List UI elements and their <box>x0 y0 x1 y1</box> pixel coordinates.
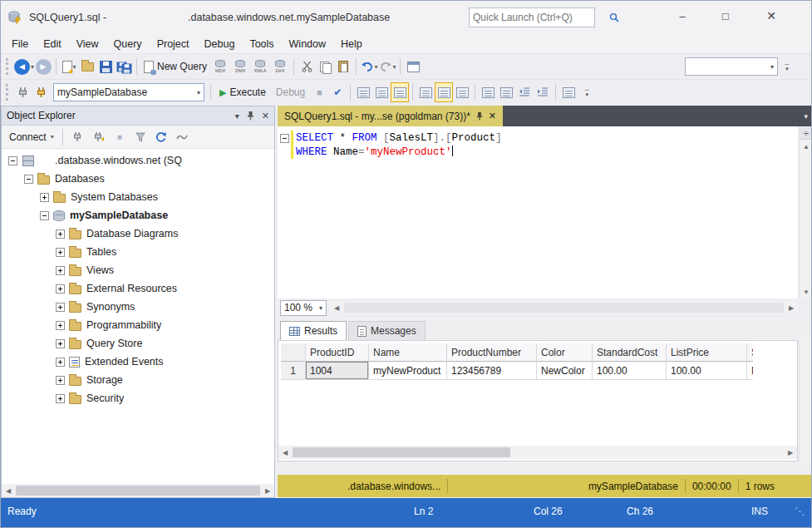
cut-icon[interactable] <box>298 57 316 76</box>
menu-file[interactable]: File <box>4 36 36 52</box>
save-all-button[interactable] <box>115 57 133 76</box>
scroll-left-icon[interactable]: ◀ <box>278 446 292 459</box>
results-hscrollbar[interactable]: ◀ ▶ <box>278 446 797 459</box>
menu-tools[interactable]: Tools <box>242 36 281 52</box>
connect-icon[interactable] <box>14 82 32 102</box>
zoom-combo[interactable]: 100 % ▾ <box>280 300 327 316</box>
increase-indent-icon[interactable] <box>534 82 552 102</box>
results-to-file-icon[interactable] <box>453 82 471 102</box>
tab-messages[interactable]: Messages <box>348 321 426 340</box>
new-query-button[interactable]: New Query <box>140 57 210 76</box>
column-header-listprice[interactable]: ListPrice <box>667 343 747 362</box>
cell-productid[interactable]: 1004 <box>306 362 369 380</box>
menu-view[interactable]: View <box>69 36 106 52</box>
decrease-indent-icon[interactable] <box>515 82 534 102</box>
expander-icon[interactable] <box>56 266 65 275</box>
toolbar-grip[interactable] <box>6 84 10 101</box>
menu-project[interactable]: Project <box>150 36 197 52</box>
expander-icon[interactable] <box>8 156 17 165</box>
estimated-plan-icon[interactable] <box>354 82 372 102</box>
disconnect-icon[interactable] <box>69 127 87 147</box>
scroll-down-icon[interactable]: ▼ <box>800 285 812 299</box>
search-icon[interactable] <box>605 12 623 22</box>
expander-icon[interactable] <box>56 339 65 348</box>
expander-icon[interactable] <box>40 193 49 202</box>
xmla-query-button[interactable]: XMLA <box>250 57 270 76</box>
cell-productnumber[interactable]: 123456789 <box>447 362 537 380</box>
tree-item-mysampledatabase[interactable]: mySampleDatabase <box>2 206 274 225</box>
editor-vscrollbar[interactable]: ÷ ▲ ▼ <box>799 127 812 299</box>
cell-name[interactable]: myNewProduct <box>369 362 447 380</box>
navigate-forward-button[interactable]: ▶ <box>34 57 52 76</box>
scroll-right-icon[interactable]: ▶ <box>785 301 798 314</box>
editor-splitter-handle[interactable]: ÷ <box>800 127 812 140</box>
scroll-right-icon[interactable]: ▶ <box>784 446 797 459</box>
tree-item-extended-events[interactable]: Extended Events <box>2 353 274 371</box>
menu-help[interactable]: Help <box>333 36 370 52</box>
editor-hscrollbar[interactable]: ◀ ▶ <box>330 301 798 314</box>
minimize-button[interactable]: – <box>664 4 701 27</box>
expander-icon[interactable] <box>40 211 49 220</box>
results-to-grid-icon[interactable] <box>435 82 453 102</box>
scroll-right-icon[interactable]: ▶ <box>261 484 274 497</box>
toolbar-grip[interactable] <box>6 58 10 75</box>
available-databases-combo[interactable]: mySampleDatabase ▾ <box>53 83 204 101</box>
filter-icon[interactable] <box>131 127 150 147</box>
column-header-productnumber[interactable]: ProductNumber <box>447 343 537 362</box>
change-connection-icon[interactable] <box>32 82 51 102</box>
close-tab-icon[interactable]: ✕ <box>489 111 496 121</box>
outline-collapse-icon[interactable] <box>280 134 289 143</box>
stop-icon[interactable]: ■ <box>111 127 129 147</box>
expander-icon[interactable] <box>56 229 65 239</box>
row-header[interactable]: 1 <box>281 362 306 380</box>
expander-icon[interactable] <box>56 394 65 403</box>
navigate-back-button[interactable]: ◀▾ <box>14 57 34 76</box>
toolbar-overflow-button[interactable]: ─▾ <box>778 57 796 76</box>
quick-launch-box[interactable] <box>469 7 595 27</box>
maximize-button[interactable]: □ <box>707 4 744 27</box>
dax-query-button[interactable]: DAX <box>270 57 290 76</box>
column-header-name[interactable]: Name <box>369 343 447 362</box>
cell-size[interactable]: NULL <box>747 362 753 380</box>
open-file-button[interactable] <box>78 57 96 76</box>
scrollbar-thumb[interactable] <box>293 447 510 457</box>
results-to-text-icon[interactable] <box>416 82 435 102</box>
menu-edit[interactable]: Edit <box>36 36 69 52</box>
sql-editor[interactable]: SELECT * FROM [SalesLT].[Product] WHERE … <box>278 126 798 299</box>
scrollbar-thumb[interactable] <box>16 486 260 496</box>
window-position-icon[interactable]: ▾ <box>235 111 239 121</box>
stop-icon[interactable]: ■ <box>310 82 328 102</box>
cell-color[interactable]: NewColor <box>537 362 593 380</box>
tree-item-tables[interactable]: Tables <box>2 243 274 261</box>
dmx-query-button[interactable]: DMX <box>230 57 250 76</box>
close-icon[interactable]: ✕ <box>262 111 269 121</box>
close-button[interactable]: ✕ <box>753 4 790 27</box>
menu-debug[interactable]: Debug <box>197 36 243 52</box>
options-icon[interactable] <box>173 127 191 147</box>
tree-item-query-store[interactable]: Query Store <box>2 334 274 353</box>
paste-icon[interactable] <box>334 57 352 76</box>
debug-button[interactable]: Debug <box>271 82 310 102</box>
pin-icon[interactable] <box>476 111 483 121</box>
tree-item-system-databases[interactable]: System Databases <box>2 188 274 206</box>
refresh-icon[interactable] <box>152 127 170 147</box>
menu-window[interactable]: Window <box>282 36 333 52</box>
toolbar-overflow-button[interactable]: ─▾ <box>578 82 596 102</box>
column-header-color[interactable]: Color <box>537 343 593 362</box>
tree-item-security[interactable]: Security <box>2 389 274 407</box>
results-vscrollbar[interactable] <box>799 340 812 461</box>
object-explorer-header[interactable]: Object Explorer ▾ ✕ <box>2 106 274 126</box>
column-header-productid[interactable]: ProductID <box>306 343 369 362</box>
query-options-icon[interactable] <box>391 82 409 102</box>
copy-icon[interactable] <box>316 57 334 76</box>
code-window-icon[interactable] <box>404 57 422 76</box>
pin-icon[interactable] <box>247 111 254 121</box>
tree-item-database-diagrams[interactable]: Database Diagrams <box>2 225 274 243</box>
cell-listprice[interactable]: 100.00 <box>667 362 747 380</box>
tree-item-programmability[interactable]: Programmability <box>2 316 274 334</box>
tree-item-databases[interactable]: Databases <box>2 170 274 188</box>
expander-icon[interactable] <box>56 284 65 294</box>
connect-dropdown[interactable]: Connect ▾ <box>7 131 57 143</box>
document-tab[interactable]: SQLQuery1.sql - my...se (pgoldman (73))*… <box>278 106 503 126</box>
toolbar-combo-box[interactable]: ▾ <box>685 57 778 76</box>
